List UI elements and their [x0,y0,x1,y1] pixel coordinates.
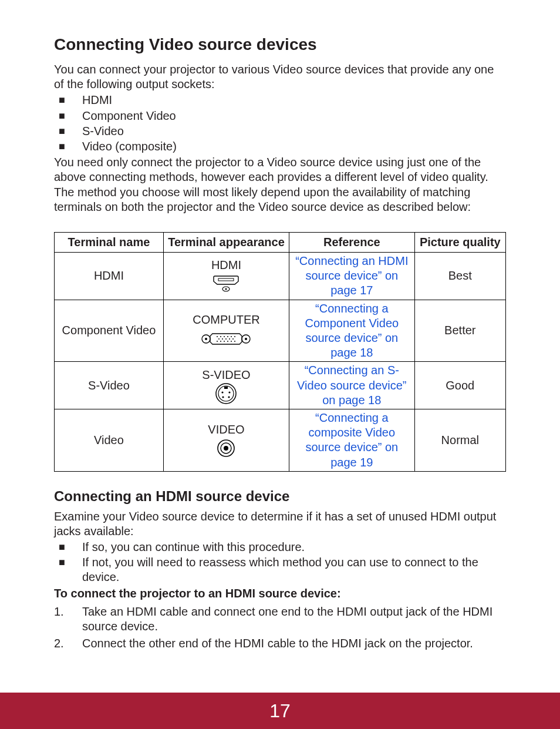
list-item: S-Video [54,124,506,139]
cell-terminal-appearance: VIDEO [163,409,289,471]
th-picture-quality: Picture quality [414,232,505,252]
table-row: Video VIDEO “Connecting a composite [55,409,506,471]
svg-point-11 [231,336,232,337]
list-item: Component Video [54,109,506,123]
step-text: Take an HDMI cable and connect one end t… [82,605,492,633]
procedure-heading: To connect the projector to an HDMI sour… [54,586,506,601]
page-title: Connecting Video source devices [54,35,506,54]
page-footer: 17 [0,693,560,729]
svg-point-23 [234,341,235,342]
procedure-steps: 1. Take an HDMI cable and connect one en… [54,604,506,651]
cell-picture-quality: Best [414,253,505,300]
post-list-text: You need only connect the projector to a… [54,155,506,214]
reference-link[interactable]: “Connecting a composite Video source dev… [305,411,398,469]
table-header-row: Terminal name Terminal appearance Refere… [55,232,506,252]
th-reference: Reference [289,232,415,252]
cell-terminal-appearance: S-VIDEO [163,362,289,409]
svg-point-6 [245,338,247,340]
svg-point-9 [224,336,225,337]
svg-point-8 [220,336,221,337]
cell-picture-quality: Good [414,362,505,409]
table-row: Component Video COMPUTER [55,300,506,362]
table-row: S-Video S-VIDEO [55,362,506,409]
svg-point-17 [232,338,234,340]
table-row: HDMI HDMI “Connecti [55,253,506,300]
cell-terminal-name: Component Video [55,300,164,362]
list-item: If not, you will need to reassess which … [54,555,506,584]
svg-point-22 [231,341,232,342]
th-terminal-name: Terminal name [55,232,164,252]
socket-list: HDMI Component Video S-Video Video (comp… [54,93,506,154]
th-terminal-appearance: Terminal appearance [163,232,289,252]
svg-point-30 [228,396,230,398]
cell-terminal-appearance: COMPUTER [163,300,289,362]
svg-point-12 [234,336,235,337]
reference-link[interactable]: “Connecting a Component Video source dev… [305,302,399,360]
svideo-port-icon [167,384,285,404]
content-area: Connecting Video source devices You can … [54,35,506,653]
step-number: 1. [54,604,74,619]
svg-point-13 [218,338,220,340]
hdmi-check-list: If so, you can continue with this proced… [54,540,506,585]
cell-picture-quality: Normal [414,409,505,471]
svg-point-29 [222,396,224,398]
rca-port-icon [167,438,285,458]
step-item: 1. Take an HDMI cable and connect one en… [54,604,506,634]
cell-terminal-appearance: HDMI [163,253,289,300]
svg-point-27 [222,391,224,393]
svg-point-2 [225,288,227,290]
section-intro: Examine your Video source device to dete… [54,509,506,539]
cell-reference: “Connecting a Component Video source dev… [289,300,415,362]
cell-reference: “Connecting an S-Video source device” on… [289,362,415,409]
reference-link[interactable]: “Connecting an HDMI source device” on pa… [295,254,408,297]
appearance-label: HDMI [167,258,285,273]
appearance-label: COMPUTER [167,313,285,327]
svg-point-28 [229,391,231,393]
list-item: Video (composite) [54,139,506,154]
cell-picture-quality: Better [414,300,505,362]
svg-point-16 [229,338,230,340]
cell-terminal-name: HDMI [55,253,164,300]
appearance-label: S-VIDEO [167,368,285,382]
step-number: 2. [54,636,74,651]
svg-point-20 [224,341,225,342]
svg-point-21 [227,341,228,342]
intro-text: You can connect your projector to variou… [54,62,506,92]
svg-point-19 [220,341,221,342]
page-number: 17 [269,700,291,722]
list-item: If so, you can continue with this proced… [54,540,506,555]
svg-rect-0 [218,278,234,281]
cell-terminal-name: Video [55,409,164,471]
cell-reference: “Connecting a composite Video source dev… [289,409,415,471]
svg-point-7 [217,336,218,337]
svg-point-15 [225,338,227,340]
step-text: Connect the other end of the HDMI cable … [82,637,473,650]
vga-port-icon [167,329,285,349]
step-item: 2. Connect the other end of the HDMI cab… [54,636,506,651]
section-heading: Connecting an HDMI source device [54,488,506,505]
connection-table: Terminal name Terminal appearance Refere… [54,232,506,472]
svg-point-4 [205,338,207,340]
svg-rect-26 [224,387,228,389]
svg-point-33 [224,446,228,451]
page: Connecting Video source devices You can … [0,0,560,729]
reference-link[interactable]: “Connecting an S-Video source device” on… [297,364,406,406]
svg-point-14 [222,338,223,340]
svg-point-10 [227,336,228,337]
svg-point-18 [217,341,218,342]
hdmi-port-icon [167,274,285,294]
appearance-label: VIDEO [167,422,285,437]
cell-terminal-name: S-Video [55,362,164,409]
list-item: HDMI [54,93,506,107]
cell-reference: “Connecting an HDMI source device” on pa… [289,253,415,300]
